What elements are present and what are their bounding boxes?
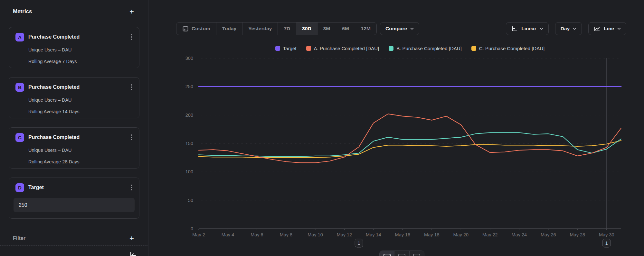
chart-view-compact-button[interactable]: [394, 251, 409, 256]
chart-view-plain-button[interactable]: [410, 251, 424, 256]
metric-rolling-average: Rolling Average 7 Days: [28, 59, 77, 64]
kebab-menu-icon[interactable]: [129, 133, 135, 141]
metric-badge-d: D: [15, 183, 24, 192]
sidebar-divider: [0, 245, 148, 246]
metric-card-a-header: A Purchase Completed: [15, 32, 135, 41]
metric-title: Purchase Completed: [28, 34, 129, 40]
x-axis-label: May 30: [599, 232, 614, 237]
x-axis-label: May 20: [453, 232, 469, 237]
metric-measure: Unique Users – DAU: [28, 97, 72, 103]
metric-badge-c: C: [15, 133, 24, 142]
collapse-sidebar-icon[interactable]: [129, 251, 137, 256]
annotation-chip-label: 1: [358, 241, 360, 246]
x-axis-label: May 12: [337, 232, 352, 237]
metric-title: Purchase Completed: [28, 134, 129, 140]
x-axis-label: May 16: [395, 232, 411, 237]
metric-title: Purchase Completed: [28, 84, 129, 90]
x-axis-label: May 28: [570, 232, 585, 237]
metric-card-target-header: D Target: [15, 183, 135, 192]
x-axis-label: May 6: [251, 232, 263, 237]
y-axis-label: 200: [185, 113, 193, 118]
x-axis-label: May 2: [192, 232, 205, 237]
filter-title: Filter: [13, 235, 25, 241]
series-line-a: [199, 114, 621, 163]
metric-title: Target: [28, 185, 129, 190]
metric-rolling-average: Rolling Average 28 Days: [28, 159, 80, 164]
metric-badge-a: A: [15, 33, 24, 41]
metric-badge-b: B: [15, 83, 24, 92]
annotation-chip-label: 1: [605, 241, 608, 246]
metric-card-a[interactable]: A Purchase Completed Unique Users – DAU …: [9, 27, 139, 68]
metric-measure: Unique Users – DAU: [28, 47, 72, 52]
y-axis-label: 100: [185, 169, 193, 174]
y-axis-label: 50: [188, 198, 193, 203]
kebab-menu-icon[interactable]: [129, 33, 135, 41]
plain-view-icon: [413, 254, 420, 256]
y-axis-label: 300: [185, 56, 193, 61]
metric-card-b[interactable]: B Purchase Completed Unique Users – DAU …: [9, 77, 139, 118]
chart-plot: 050100150200250300May 2May 4May 6May 8Ma…: [148, 0, 644, 256]
card-view-icon: [384, 254, 391, 256]
metrics-header: Metrics +: [13, 7, 134, 16]
filter-section: Filter +: [13, 233, 134, 243]
x-axis-label: May 22: [482, 232, 498, 237]
metrics-sidebar: Metrics + A Purchase Completed Unique Us…: [0, 0, 148, 256]
chart-view-toggle: [379, 251, 424, 256]
y-axis-label: 0: [191, 226, 193, 231]
x-axis-label: May 24: [512, 232, 527, 237]
metric-measure: Unique Users – DAU: [28, 148, 72, 153]
x-axis-label: May 18: [424, 232, 440, 237]
metric-card-b-header: B Purchase Completed: [15, 83, 135, 92]
series-line-c: [199, 141, 621, 158]
x-axis-label: May 14: [366, 232, 381, 237]
x-axis-label: May 4: [222, 232, 234, 237]
x-axis-label: May 26: [541, 232, 556, 237]
chart-view-card-button[interactable]: [380, 251, 394, 256]
metric-rolling-average: Rolling Average 14 Days: [28, 109, 80, 114]
target-value-input[interactable]: [14, 198, 135, 212]
series-line-b: [199, 133, 621, 156]
metrics-title: Metrics: [13, 8, 32, 15]
y-axis-label: 150: [185, 141, 193, 146]
chart-panel: Custom Today Yesterday 7D 30D 3M 6M 12M …: [148, 0, 644, 256]
kebab-menu-icon[interactable]: [129, 184, 135, 191]
x-axis-label: May 8: [280, 232, 293, 237]
add-metric-button[interactable]: +: [129, 8, 134, 15]
kebab-menu-icon[interactable]: [129, 83, 135, 91]
x-axis-label: May 10: [308, 232, 323, 237]
metric-card-target[interactable]: D Target: [9, 178, 139, 219]
add-filter-button[interactable]: +: [129, 234, 134, 242]
metric-card-c-header: C Purchase Completed: [15, 133, 135, 142]
compact-view-icon: [398, 254, 405, 256]
y-axis-label: 250: [185, 84, 193, 89]
metric-card-c[interactable]: C Purchase Completed Unique Users – DAU …: [9, 127, 139, 169]
